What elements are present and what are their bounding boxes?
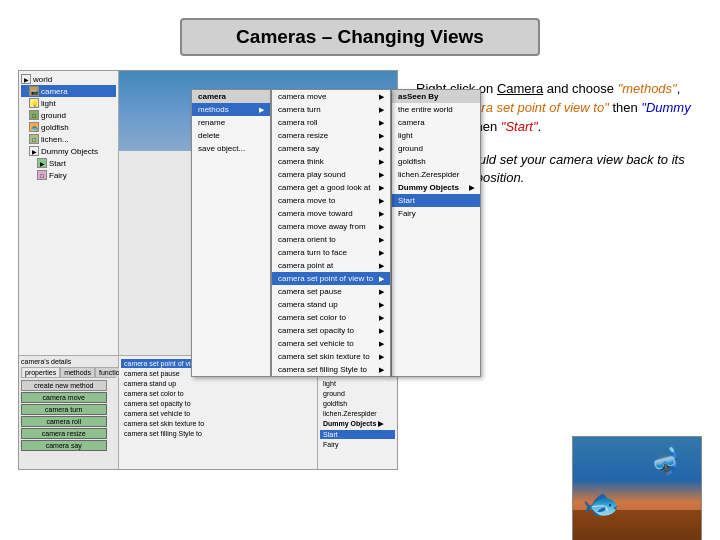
camera-turn-button[interactable]: camera turn bbox=[21, 404, 107, 415]
cam-set-fill[interactable]: camera set filling Style to ▶ bbox=[272, 363, 390, 376]
tree-item-camera[interactable]: 📷 camera bbox=[21, 85, 116, 97]
camera-roll-button[interactable]: camera roll bbox=[21, 416, 107, 427]
main-content: ▶ world 📷 camera 💡 light bbox=[0, 70, 720, 470]
asseen-camera[interactable]: camera bbox=[392, 116, 480, 129]
cam-orient[interactable]: camera orient to ▶ bbox=[272, 233, 390, 246]
camera-resize-button[interactable]: camera resize bbox=[21, 428, 107, 439]
cam-point-at[interactable]: camera point at ▶ bbox=[272, 259, 390, 272]
lichen-icon: □ bbox=[29, 134, 39, 144]
rb-goldfish: goldfish bbox=[320, 399, 395, 408]
left-bottom-panel: camera's details properties methods func… bbox=[19, 356, 119, 469]
tree-item-label: lichen... bbox=[41, 135, 69, 144]
rb-dummy: Dummy Objects ▶ bbox=[320, 419, 395, 429]
asseen-ground[interactable]: ground bbox=[392, 142, 480, 155]
alice-top: ▶ world 📷 camera 💡 light bbox=[19, 71, 397, 355]
cam-turn[interactable]: camera turn ▶ bbox=[272, 103, 390, 116]
cam-move-to[interactable]: camera move to ▶ bbox=[272, 194, 390, 207]
title-bar: Cameras – Changing Views bbox=[180, 18, 540, 56]
cam-turn-face[interactable]: camera turn to face ▶ bbox=[272, 246, 390, 259]
tree-item-light[interactable]: 💡 light bbox=[21, 97, 116, 109]
cam-say[interactable]: camera say ▶ bbox=[272, 142, 390, 155]
camera-say-button[interactable]: camera say bbox=[21, 440, 107, 451]
cam-set-skin[interactable]: camera set skin texture to ▶ bbox=[272, 350, 390, 363]
cam-stand-up[interactable]: camera stand up ▶ bbox=[272, 298, 390, 311]
preview-image: 🤿 🐟 bbox=[572, 436, 702, 540]
sky-menu-area: camera methods ▶ rename delete save obje… bbox=[119, 71, 397, 355]
tree-item-fairy[interactable]: □ Fairy bbox=[21, 169, 116, 181]
cam-think[interactable]: camera think ▶ bbox=[272, 155, 390, 168]
tree-item-start[interactable]: ▶ Start bbox=[21, 157, 116, 169]
cam-set-pov[interactable]: camera set point of view to ▶ bbox=[272, 272, 390, 285]
diver-figure: 🤿 bbox=[647, 442, 685, 483]
create-new-method-button[interactable]: create new method bbox=[21, 380, 107, 391]
tree-item-ground[interactable]: □ ground bbox=[21, 109, 116, 121]
cam-good-look[interactable]: camera get a good look at ▶ bbox=[272, 181, 390, 194]
page-container: Cameras – Changing Views ▶ world � bbox=[0, 18, 720, 540]
tree-item-label: camera bbox=[41, 87, 68, 96]
rb-lichen: lichen.Zerespider bbox=[320, 409, 395, 418]
tree-item-label: light bbox=[41, 99, 56, 108]
tree-item-label: ground bbox=[41, 111, 66, 120]
rb-ground: ground bbox=[320, 389, 395, 398]
asseen-dummy[interactable]: Dummy Objects ▶ bbox=[392, 181, 480, 194]
dummy-icon: ▶ bbox=[29, 146, 39, 156]
ctx-menu-methods[interactable]: methods ▶ bbox=[192, 103, 270, 116]
cam-set-opacity[interactable]: camera set opacity to ▶ bbox=[272, 324, 390, 337]
ctx-menu-camera-label: camera bbox=[192, 90, 270, 103]
ground-icon: □ bbox=[29, 110, 39, 120]
tree-item-world: ▶ world bbox=[21, 73, 116, 85]
bottom-tabs: properties methods functions bbox=[21, 367, 116, 378]
asseen-goldfish[interactable]: goldfish bbox=[392, 155, 480, 168]
start-icon: ▶ bbox=[37, 158, 47, 168]
camera-move-button[interactable]: camera move bbox=[21, 392, 107, 403]
light-icon: 💡 bbox=[29, 98, 39, 108]
context-menu-level1: camera methods ▶ rename delete save obje… bbox=[191, 89, 271, 377]
context-menu-level3: asSeen By the entire world camera light … bbox=[391, 89, 481, 377]
method-row-vehicle: camera set vehicle to bbox=[121, 409, 315, 418]
start-highlight: "Start" bbox=[501, 119, 538, 134]
asseen-light[interactable]: light bbox=[392, 129, 480, 142]
method-row-color: camera set color to bbox=[121, 389, 315, 398]
cam-move[interactable]: camera move ▶ bbox=[272, 90, 390, 103]
asseen-start[interactable]: Start bbox=[392, 194, 480, 207]
asseen-label: asSeen By bbox=[392, 90, 480, 103]
method-row-standup: camera stand up bbox=[121, 379, 315, 388]
alice-panel: ▶ world 📷 camera 💡 light bbox=[19, 71, 397, 469]
cam-set-vehicle[interactable]: camera set vehicle to ▶ bbox=[272, 337, 390, 350]
cam-move-toward[interactable]: camera move toward ▶ bbox=[272, 207, 390, 220]
tree-item-label: goldfish bbox=[41, 123, 69, 132]
method-row-skin: camera set skin texture to bbox=[121, 419, 315, 428]
tab-methods[interactable]: methods bbox=[60, 367, 95, 377]
tree-panel: ▶ world 📷 camera 💡 light bbox=[19, 71, 119, 355]
cam-set-pause[interactable]: camera set pause ▶ bbox=[272, 285, 390, 298]
tree-item-dummy[interactable]: ▶ Dummy Objects bbox=[21, 145, 116, 157]
submenu-arrow: ▶ bbox=[259, 106, 264, 114]
method-row-opacity: camera set opacity to bbox=[121, 399, 315, 408]
cam-roll[interactable]: camera roll ▶ bbox=[272, 116, 390, 129]
fish-figure: 🐟 bbox=[583, 482, 620, 526]
tree-item-label: Start bbox=[49, 159, 66, 168]
ctx-menu-save[interactable]: save object... bbox=[192, 142, 270, 155]
rb-light: light bbox=[320, 379, 395, 388]
cam-move-away[interactable]: camera move away from ▶ bbox=[272, 220, 390, 233]
context-menu-overlay: camera methods ▶ rename delete save obje… bbox=[191, 89, 481, 377]
asseen-lichen[interactable]: lichen.Zerespider bbox=[392, 168, 480, 181]
ctx-menu-rename[interactable]: rename bbox=[192, 116, 270, 129]
asseen-world[interactable]: the entire world bbox=[392, 103, 480, 116]
cam-resize[interactable]: camera resize ▶ bbox=[272, 129, 390, 142]
tree-expand-icon: ▶ bbox=[21, 74, 31, 84]
tree-item-label: world bbox=[33, 75, 52, 84]
camera-icon: 📷 bbox=[29, 86, 39, 96]
cam-set-color[interactable]: camera set color to ▶ bbox=[272, 311, 390, 324]
methods-highlight: "methods" bbox=[618, 81, 677, 96]
tab-properties[interactable]: properties bbox=[21, 367, 60, 377]
tree-item-label: Dummy Objects bbox=[41, 147, 98, 156]
fairy-icon: □ bbox=[37, 170, 47, 180]
asseen-fairy[interactable]: Fairy bbox=[392, 207, 480, 220]
tree-item-lichen[interactable]: □ lichen... bbox=[21, 133, 116, 145]
tree-item-goldfish[interactable]: 🐟 goldfish bbox=[21, 121, 116, 133]
camera-details-label: camera's details bbox=[21, 358, 116, 365]
rb-start: Start bbox=[320, 430, 395, 439]
cam-play-sound[interactable]: camera play sound ▶ bbox=[272, 168, 390, 181]
ctx-menu-delete[interactable]: delete bbox=[192, 129, 270, 142]
